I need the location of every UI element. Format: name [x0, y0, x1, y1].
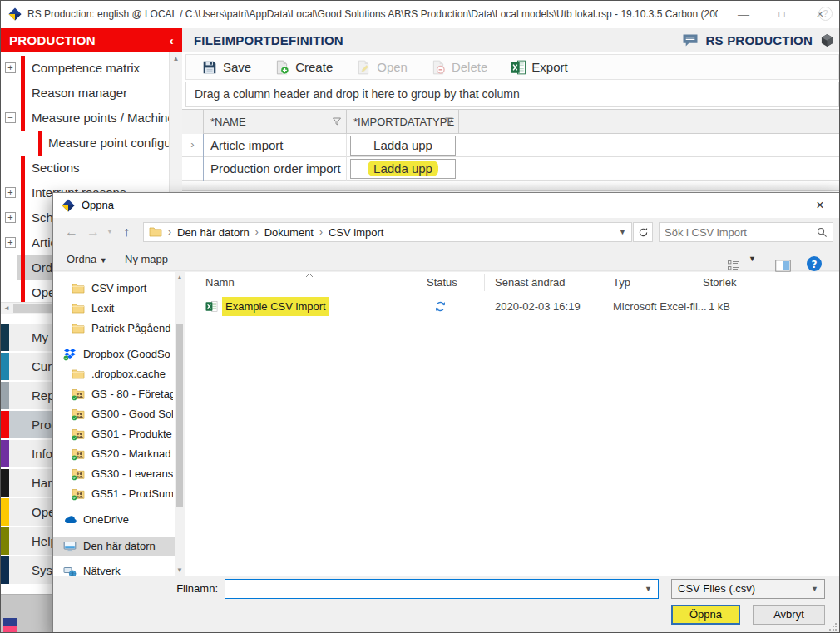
- new-folder-button[interactable]: Ny mapp: [125, 248, 168, 270]
- tree-item[interactable]: Reason manager: [1, 81, 169, 106]
- maximize-button[interactable]: □: [763, 1, 801, 27]
- nav-color-bar: [1, 353, 9, 380]
- dropdown-icon: ▼: [100, 256, 107, 265]
- red-accent-bar: [21, 106, 25, 131]
- places-item[interactable]: GS20 - Marknad: [53, 445, 175, 463]
- row-selector[interactable]: ›: [182, 134, 204, 157]
- column-divider[interactable]: [605, 274, 605, 291]
- column-divider[interactable]: [749, 274, 749, 291]
- breadcrumb-item[interactable]: CSV import: [329, 226, 383, 239]
- open-button[interactable]: Öppna: [671, 605, 740, 625]
- column-header[interactable]: *IMPORTDATATYPE: [347, 110, 459, 134]
- shared-folder-icon: [72, 428, 85, 441]
- expand-icon[interactable]: +: [5, 212, 16, 223]
- table-row[interactable]: ›Article importLadda upp: [182, 134, 840, 157]
- collapse-icon[interactable]: −: [5, 112, 16, 123]
- organize-menu[interactable]: Ordna ▼: [67, 248, 107, 272]
- minimize-button[interactable]: —: [724, 1, 763, 27]
- history-dropdown-icon[interactable]: ▼: [106, 218, 113, 246]
- collapse-panel-icon[interactable]: ‹: [170, 28, 174, 52]
- file-column-header[interactable]: Storlek: [703, 272, 746, 294]
- filename-dropdown-icon[interactable]: ▼: [645, 580, 652, 598]
- dialog-footer: Filnamn: ▼ CSV Files (.csv) ▼ Öppna Avbr…: [53, 576, 839, 633]
- view-mode-dropdown-icon[interactable]: ▼: [749, 248, 756, 270]
- places-item[interactable]: GS01 - Produkte: [53, 425, 175, 443]
- places-item[interactable]: .dropbox.cache: [53, 365, 175, 383]
- importdatatype-label: Ladda upp: [368, 161, 438, 176]
- places-item[interactable]: GS - 80 - Företag: [53, 385, 175, 403]
- red-accent-bar: [21, 255, 25, 280]
- file-row[interactable]: Example CSV import2020-02-03 16:19Micros…: [185, 297, 839, 316]
- back-icon[interactable]: ←: [65, 218, 78, 246]
- places-item[interactable]: OneDrive: [53, 511, 175, 529]
- forward-icon[interactable]: →: [86, 218, 100, 246]
- search-box[interactable]: [659, 222, 833, 242]
- expand-icon[interactable]: +: [5, 237, 16, 248]
- red-accent-bar: [21, 81, 25, 106]
- scroll-up-icon[interactable]: ▲: [170, 52, 182, 62]
- places-item[interactable]: Lexit: [53, 299, 175, 318]
- column-header[interactable]: *NAME: [204, 110, 347, 134]
- scrollbar-thumb[interactable]: [176, 324, 183, 507]
- tree-item[interactable]: +Competence matrix: [1, 56, 169, 81]
- page-plus-icon: [274, 60, 289, 75]
- scroll-down-icon[interactable]: ▼: [175, 566, 185, 574]
- up-icon[interactable]: ↑: [123, 218, 130, 246]
- dialog-help-icon[interactable]: ?: [806, 251, 823, 274]
- file-column-header[interactable]: Status: [427, 272, 481, 294]
- file-name[interactable]: Example CSV import: [222, 297, 329, 316]
- address-dropdown-icon[interactable]: ▼: [619, 228, 626, 236]
- help-icon[interactable]: ?: [818, 7, 833, 21]
- filetype-select[interactable]: CSV Files (.csv) ▼: [671, 579, 825, 599]
- filename-input[interactable]: [229, 581, 636, 597]
- filename-combobox[interactable]: ▼: [225, 579, 659, 599]
- breadcrumb-item[interactable]: Den här datorn: [177, 226, 250, 239]
- expand-icon[interactable]: +: [5, 187, 16, 198]
- file-column-header[interactable]: Typ: [613, 272, 696, 294]
- app-cube-icon[interactable]: [820, 33, 834, 47]
- resize-grip[interactable]: [828, 623, 837, 631]
- group-by-hint[interactable]: Drag a column header and drop it here to…: [185, 82, 839, 107]
- search-input[interactable]: [665, 224, 810, 240]
- refresh-button[interactable]: [633, 222, 653, 242]
- places-scrollbar[interactable]: ▲ ▼: [175, 272, 185, 576]
- scroll-up-icon[interactable]: ▲: [175, 274, 185, 281]
- save-button[interactable]: Save: [191, 56, 262, 79]
- filter-funnel-icon[interactable]: [332, 116, 342, 126]
- scroll-left-icon[interactable]: ◄: [1, 303, 12, 314]
- file-list: NamnStatusSenast ändradTypStorlekExample…: [185, 272, 839, 576]
- file-column-header[interactable]: Senast ändrad: [495, 272, 601, 294]
- export-button[interactable]: Export: [500, 56, 578, 79]
- tree-item[interactable]: Sections: [1, 156, 169, 181]
- feedback-bubble-icon[interactable]: [682, 33, 699, 47]
- filter-funnel-icon[interactable]: [444, 116, 454, 126]
- row-selector[interactable]: [182, 157, 204, 181]
- column-divider[interactable]: [418, 274, 418, 291]
- places-item[interactable]: GS00 - Good Sol: [53, 405, 175, 423]
- tree-item[interactable]: −Measure points / Machine: [1, 106, 169, 131]
- page-header: FILEIMPORTDEFINITION RS PRODUCTION: [182, 28, 840, 52]
- places-item[interactable]: CSV import: [53, 279, 175, 298]
- create-button[interactable]: Create: [264, 56, 343, 79]
- places-item[interactable]: GS30 - Leverans: [53, 465, 175, 483]
- cancel-button[interactable]: Avbryt: [753, 605, 825, 625]
- table-row[interactable]: Production order importLadda upp: [182, 157, 840, 181]
- places-item[interactable]: GS51 - ProdSum: [53, 485, 175, 503]
- folder-icon: [72, 368, 85, 381]
- column-divider[interactable]: [484, 274, 485, 291]
- folder-icon: [72, 282, 85, 295]
- places-item[interactable]: Patrick Pågåend: [53, 319, 175, 338]
- places-item[interactable]: Den här datorn: [53, 537, 175, 556]
- places-item[interactable]: Dropbox (GoodSo: [53, 345, 175, 363]
- excel-icon: [511, 60, 526, 75]
- tree-item[interactable]: Measure point configu: [1, 131, 169, 156]
- breadcrumb-item[interactable]: Dokument: [264, 226, 314, 239]
- folder-icon: [72, 302, 85, 315]
- importdatatype-button[interactable]: Ladda upp: [350, 136, 456, 156]
- dialog-close-button[interactable]: ×: [806, 193, 834, 218]
- places-item-label: GS30 - Leverans: [91, 465, 173, 483]
- expand-icon[interactable]: +: [5, 62, 16, 73]
- column-divider[interactable]: [699, 274, 699, 291]
- importdatatype-button[interactable]: Ladda upp: [350, 159, 456, 179]
- breadcrumb[interactable]: ›Den här datorn›Dokument›CSV import▼: [143, 222, 632, 242]
